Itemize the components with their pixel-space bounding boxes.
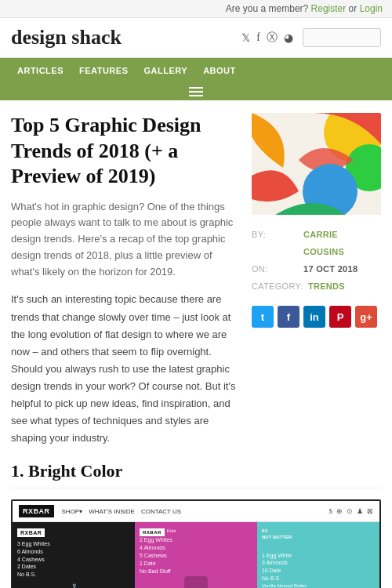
- mockup-col1-logo: RXBAR: [17, 528, 45, 537]
- meta-category: CATEGORY: TRENDS: [252, 278, 381, 295]
- mockup-col2-logo: RXBAR: [140, 528, 165, 536]
- register-link[interactable]: Register: [311, 3, 347, 14]
- mockup-body: RXBAR 3 Egg Whites 6 Almonds 4 Cashews 2…: [13, 522, 379, 588]
- share-pinterest[interactable]: P: [329, 306, 351, 328]
- mockup-logo: RXBAR: [19, 505, 54, 517]
- on-value: 17 OCT 2018: [303, 260, 358, 278]
- hero-image: [252, 113, 381, 215]
- hamburger-button[interactable]: [189, 87, 203, 96]
- mockup-col3-text: 1 Egg White 3 Almonds 10 Date No B.S. Va…: [262, 552, 375, 588]
- mockup-nav-links: SHOP▾ WHAT'S INSIDE CONTACT US: [62, 508, 321, 515]
- category-value[interactable]: TRENDS: [308, 278, 345, 295]
- mockup-link-shop: SHOP▾: [62, 508, 83, 515]
- main-nav: ARTICLES FEATURES GALLERY ABOUT: [0, 58, 392, 83]
- article-title: Top 5 Graphic Design Trends of 2018 (+ a…: [11, 113, 241, 190]
- nav-articles[interactable]: ARTICLES: [9, 58, 71, 83]
- mockup-icon-dollar: $: [329, 507, 333, 515]
- pinterest-icon[interactable]: Ⓧ: [267, 31, 278, 45]
- social-icons: 𝕏 f Ⓧ ◕: [241, 31, 293, 45]
- facebook-icon[interactable]: f: [256, 31, 260, 44]
- share-linkedin[interactable]: in: [303, 306, 325, 328]
- mobile-nav-bar: [0, 83, 392, 100]
- on-label: ON:: [252, 260, 299, 278]
- article-main: Top 5 Graphic Design Trends of 2018 (+ a…: [11, 113, 241, 461]
- mockup-col-teal: RX NUT BUTTER 1 Egg White 3 Almonds 10 D…: [257, 522, 379, 588]
- share-facebook[interactable]: f: [278, 306, 299, 328]
- top-bar: Are you a member? Register or Login: [0, 0, 392, 18]
- mockup-nav-icons: $ ⊕ ⊙ ♟ ⊠: [329, 507, 374, 515]
- member-question: Are you a member?: [226, 3, 308, 14]
- rxbar-mockup: RXBAR SHOP▾ WHAT'S INSIDE CONTACT US $ ⊕…: [11, 499, 381, 588]
- or-text: or: [349, 3, 360, 14]
- mockup-icon-cart: ⊠: [367, 507, 373, 515]
- nav-gallery[interactable]: GALLERY: [136, 58, 195, 83]
- anchor-icon: ⚓: [67, 583, 81, 588]
- by-label: BY:: [252, 226, 299, 260]
- mockup-col-pink: RXBAR Kids 2 Egg Whites 4 Almonds 5 Cash…: [135, 522, 257, 588]
- mockup-col3-header: RX NUT BUTTER: [262, 528, 292, 539]
- article-meta: BY: CARRIE COUSINS ON: 17 OCT 2018 CATEG…: [252, 226, 381, 295]
- rx-label: RX: [262, 528, 292, 533]
- kids-label: Kids: [167, 528, 176, 536]
- section-title: Bright Color: [28, 461, 122, 481]
- article-intro: What's hot in graphic design? One of the…: [11, 199, 241, 281]
- mockup-link-contact: CONTACT US: [141, 508, 181, 515]
- nut-butter-label: NUT BUTTER: [262, 535, 292, 539]
- nav-about[interactable]: ABOUT: [195, 58, 244, 83]
- content-wrapper: Top 5 Graphic Design Trends of 2018 (+ a…: [0, 100, 392, 461]
- nav-features[interactable]: FEATURES: [71, 58, 136, 83]
- twitter-icon[interactable]: 𝕏: [241, 31, 250, 45]
- search-input[interactable]: [303, 28, 381, 47]
- mockup-nav: RXBAR SHOP▾ WHAT'S INSIDE CONTACT US $ ⊕…: [13, 501, 379, 522]
- by-value[interactable]: CARRIE COUSINS: [303, 226, 381, 260]
- meta-by: BY: CARRIE COUSINS: [252, 226, 381, 260]
- mockup-icon-search: ⊙: [347, 507, 353, 515]
- share-googleplus[interactable]: g+: [355, 306, 377, 328]
- mockup-col2-header: RXBAR Kids: [140, 528, 176, 536]
- section-number: 1.: [11, 461, 28, 481]
- share-buttons: t f in P g+: [252, 306, 381, 328]
- site-logo[interactable]: design shack: [11, 26, 241, 49]
- mockup-col2-text: 2 Egg Whites 4 Almonds 5 Cashews 1 Date …: [140, 536, 252, 575]
- mockup-col1-text: 3 Egg Whites 6 Almonds 4 Cashews 2 Dates…: [17, 540, 130, 579]
- mockup-col2-product: [184, 576, 208, 588]
- section-1: 1. Bright Color RXBAR SHOP▾ WHAT'S INSID…: [0, 461, 392, 588]
- site-header: design shack 𝕏 f Ⓧ ◕: [0, 18, 392, 58]
- mockup-link-inside: WHAT'S INSIDE: [89, 508, 135, 515]
- mockup-icon-user: ♟: [357, 507, 363, 515]
- mockup-col-dark: RXBAR 3 Egg Whites 6 Almonds 4 Cashews 2…: [13, 522, 135, 588]
- section-heading-1: 1. Bright Color: [11, 461, 381, 488]
- article-sidebar: BY: CARRIE COUSINS ON: 17 OCT 2018 CATEG…: [252, 113, 381, 461]
- mockup-icon-pin: ⊕: [336, 507, 343, 515]
- meta-on: ON: 17 OCT 2018: [252, 260, 381, 278]
- article-body: It's such an interesting topic because t…: [11, 291, 241, 447]
- share-twitter[interactable]: t: [252, 306, 274, 328]
- login-link[interactable]: Login: [360, 3, 383, 14]
- rss-icon[interactable]: ◕: [284, 31, 293, 45]
- category-label: CATEGORY:: [252, 278, 303, 295]
